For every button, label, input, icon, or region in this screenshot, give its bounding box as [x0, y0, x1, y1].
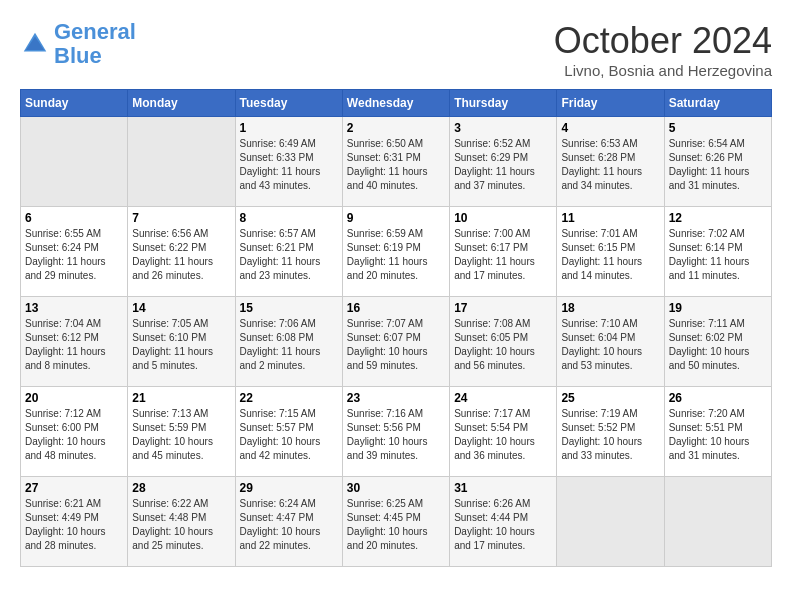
day-info: Sunrise: 6:25 AM Sunset: 4:45 PM Dayligh…	[347, 497, 445, 553]
calendar-cell: 13Sunrise: 7:04 AM Sunset: 6:12 PM Dayli…	[21, 297, 128, 387]
day-number: 4	[561, 121, 659, 135]
day-info: Sunrise: 7:08 AM Sunset: 6:05 PM Dayligh…	[454, 317, 552, 373]
day-number: 23	[347, 391, 445, 405]
day-number: 21	[132, 391, 230, 405]
day-number: 12	[669, 211, 767, 225]
day-number: 14	[132, 301, 230, 315]
month-title: October 2024	[554, 20, 772, 62]
weekday-header: Wednesday	[342, 90, 449, 117]
day-number: 15	[240, 301, 338, 315]
day-number: 30	[347, 481, 445, 495]
day-number: 17	[454, 301, 552, 315]
calendar-cell: 14Sunrise: 7:05 AM Sunset: 6:10 PM Dayli…	[128, 297, 235, 387]
calendar-cell: 15Sunrise: 7:06 AM Sunset: 6:08 PM Dayli…	[235, 297, 342, 387]
calendar-cell: 26Sunrise: 7:20 AM Sunset: 5:51 PM Dayli…	[664, 387, 771, 477]
day-info: Sunrise: 7:13 AM Sunset: 5:59 PM Dayligh…	[132, 407, 230, 463]
calendar-cell: 21Sunrise: 7:13 AM Sunset: 5:59 PM Dayli…	[128, 387, 235, 477]
day-info: Sunrise: 7:01 AM Sunset: 6:15 PM Dayligh…	[561, 227, 659, 283]
day-info: Sunrise: 6:26 AM Sunset: 4:44 PM Dayligh…	[454, 497, 552, 553]
calendar-cell: 19Sunrise: 7:11 AM Sunset: 6:02 PM Dayli…	[664, 297, 771, 387]
weekday-header: Saturday	[664, 90, 771, 117]
day-number: 29	[240, 481, 338, 495]
day-info: Sunrise: 7:02 AM Sunset: 6:14 PM Dayligh…	[669, 227, 767, 283]
day-number: 20	[25, 391, 123, 405]
weekday-header: Thursday	[450, 90, 557, 117]
calendar-cell: 17Sunrise: 7:08 AM Sunset: 6:05 PM Dayli…	[450, 297, 557, 387]
calendar-cell: 8Sunrise: 6:57 AM Sunset: 6:21 PM Daylig…	[235, 207, 342, 297]
day-info: Sunrise: 6:50 AM Sunset: 6:31 PM Dayligh…	[347, 137, 445, 193]
calendar-cell	[21, 117, 128, 207]
day-info: Sunrise: 6:55 AM Sunset: 6:24 PM Dayligh…	[25, 227, 123, 283]
calendar-cell	[128, 117, 235, 207]
calendar-week-row: 6Sunrise: 6:55 AM Sunset: 6:24 PM Daylig…	[21, 207, 772, 297]
logo-line2: Blue	[54, 43, 102, 68]
calendar-cell: 29Sunrise: 6:24 AM Sunset: 4:47 PM Dayli…	[235, 477, 342, 567]
day-info: Sunrise: 6:49 AM Sunset: 6:33 PM Dayligh…	[240, 137, 338, 193]
day-number: 25	[561, 391, 659, 405]
day-number: 1	[240, 121, 338, 135]
calendar-cell: 20Sunrise: 7:12 AM Sunset: 6:00 PM Dayli…	[21, 387, 128, 477]
logo-text: General Blue	[54, 20, 136, 68]
day-number: 28	[132, 481, 230, 495]
day-info: Sunrise: 7:20 AM Sunset: 5:51 PM Dayligh…	[669, 407, 767, 463]
day-number: 31	[454, 481, 552, 495]
weekday-header: Sunday	[21, 90, 128, 117]
day-number: 3	[454, 121, 552, 135]
calendar-week-row: 27Sunrise: 6:21 AM Sunset: 4:49 PM Dayli…	[21, 477, 772, 567]
calendar-table: SundayMondayTuesdayWednesdayThursdayFrid…	[20, 89, 772, 567]
calendar-cell	[664, 477, 771, 567]
day-number: 18	[561, 301, 659, 315]
calendar-cell: 4Sunrise: 6:53 AM Sunset: 6:28 PM Daylig…	[557, 117, 664, 207]
day-number: 24	[454, 391, 552, 405]
day-number: 8	[240, 211, 338, 225]
calendar-cell: 16Sunrise: 7:07 AM Sunset: 6:07 PM Dayli…	[342, 297, 449, 387]
calendar-cell: 25Sunrise: 7:19 AM Sunset: 5:52 PM Dayli…	[557, 387, 664, 477]
day-info: Sunrise: 6:21 AM Sunset: 4:49 PM Dayligh…	[25, 497, 123, 553]
day-info: Sunrise: 7:00 AM Sunset: 6:17 PM Dayligh…	[454, 227, 552, 283]
day-info: Sunrise: 6:59 AM Sunset: 6:19 PM Dayligh…	[347, 227, 445, 283]
day-info: Sunrise: 7:11 AM Sunset: 6:02 PM Dayligh…	[669, 317, 767, 373]
calendar-cell: 3Sunrise: 6:52 AM Sunset: 6:29 PM Daylig…	[450, 117, 557, 207]
calendar-cell: 12Sunrise: 7:02 AM Sunset: 6:14 PM Dayli…	[664, 207, 771, 297]
title-block: October 2024 Livno, Bosnia and Herzegovi…	[554, 20, 772, 79]
calendar-week-row: 20Sunrise: 7:12 AM Sunset: 6:00 PM Dayli…	[21, 387, 772, 477]
calendar-cell: 31Sunrise: 6:26 AM Sunset: 4:44 PM Dayli…	[450, 477, 557, 567]
calendar-cell: 10Sunrise: 7:00 AM Sunset: 6:17 PM Dayli…	[450, 207, 557, 297]
calendar-cell: 30Sunrise: 6:25 AM Sunset: 4:45 PM Dayli…	[342, 477, 449, 567]
day-info: Sunrise: 7:19 AM Sunset: 5:52 PM Dayligh…	[561, 407, 659, 463]
day-number: 6	[25, 211, 123, 225]
day-info: Sunrise: 7:05 AM Sunset: 6:10 PM Dayligh…	[132, 317, 230, 373]
day-number: 11	[561, 211, 659, 225]
day-number: 2	[347, 121, 445, 135]
day-info: Sunrise: 6:52 AM Sunset: 6:29 PM Dayligh…	[454, 137, 552, 193]
calendar-cell: 1Sunrise: 6:49 AM Sunset: 6:33 PM Daylig…	[235, 117, 342, 207]
day-info: Sunrise: 6:56 AM Sunset: 6:22 PM Dayligh…	[132, 227, 230, 283]
day-info: Sunrise: 6:24 AM Sunset: 4:47 PM Dayligh…	[240, 497, 338, 553]
day-info: Sunrise: 6:54 AM Sunset: 6:26 PM Dayligh…	[669, 137, 767, 193]
weekday-header: Friday	[557, 90, 664, 117]
day-info: Sunrise: 7:12 AM Sunset: 6:00 PM Dayligh…	[25, 407, 123, 463]
calendar-cell: 2Sunrise: 6:50 AM Sunset: 6:31 PM Daylig…	[342, 117, 449, 207]
calendar-cell: 24Sunrise: 7:17 AM Sunset: 5:54 PM Dayli…	[450, 387, 557, 477]
day-number: 10	[454, 211, 552, 225]
day-info: Sunrise: 7:10 AM Sunset: 6:04 PM Dayligh…	[561, 317, 659, 373]
day-number: 7	[132, 211, 230, 225]
day-info: Sunrise: 7:16 AM Sunset: 5:56 PM Dayligh…	[347, 407, 445, 463]
day-number: 27	[25, 481, 123, 495]
calendar-cell: 9Sunrise: 6:59 AM Sunset: 6:19 PM Daylig…	[342, 207, 449, 297]
calendar-cell: 28Sunrise: 6:22 AM Sunset: 4:48 PM Dayli…	[128, 477, 235, 567]
day-number: 26	[669, 391, 767, 405]
logo-icon	[20, 29, 50, 59]
day-info: Sunrise: 7:15 AM Sunset: 5:57 PM Dayligh…	[240, 407, 338, 463]
day-number: 16	[347, 301, 445, 315]
weekday-header: Monday	[128, 90, 235, 117]
location: Livno, Bosnia and Herzegovina	[554, 62, 772, 79]
calendar-week-row: 1Sunrise: 6:49 AM Sunset: 6:33 PM Daylig…	[21, 117, 772, 207]
calendar-week-row: 13Sunrise: 7:04 AM Sunset: 6:12 PM Dayli…	[21, 297, 772, 387]
day-info: Sunrise: 7:06 AM Sunset: 6:08 PM Dayligh…	[240, 317, 338, 373]
calendar-cell	[557, 477, 664, 567]
day-number: 13	[25, 301, 123, 315]
day-info: Sunrise: 6:22 AM Sunset: 4:48 PM Dayligh…	[132, 497, 230, 553]
day-number: 19	[669, 301, 767, 315]
calendar-cell: 27Sunrise: 6:21 AM Sunset: 4:49 PM Dayli…	[21, 477, 128, 567]
